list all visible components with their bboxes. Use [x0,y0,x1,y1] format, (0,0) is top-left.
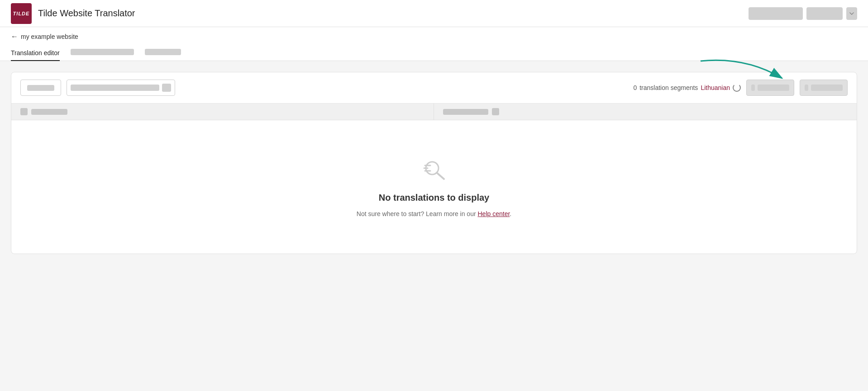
app-title: Tilde Website Translator [38,8,135,19]
back-link-label: my example website [21,33,78,40]
refresh-icon[interactable] [733,84,741,92]
tab2-placeholder [71,49,134,55]
tab-3[interactable] [145,45,181,61]
toolbar-right-btn2[interactable] [800,80,848,96]
search-input[interactable] [67,80,175,96]
help-center-link[interactable]: Help center [477,210,510,217]
segments-label: translation segments [639,84,698,91]
subheader: ← my example website Translation editor [0,27,868,61]
tilde-logo: TILDE [11,3,32,24]
back-arrow-icon: ← [11,33,18,41]
empty-state: No translations to display Not sure wher… [11,120,857,254]
filter-button[interactable] [20,80,61,96]
col2-label-placeholder [443,109,488,115]
chevron-down-icon [849,12,854,15]
empty-subtitle-prefix: Not sure where to start? Learn more in o… [357,210,478,217]
svg-line-5 [437,173,444,179]
empty-state-icon [421,156,447,185]
header-right [749,7,857,20]
language-label: Lithuanian [701,84,730,91]
filter-btn-placeholder [27,85,54,91]
header-left: TILDE Tilde Website Translator [11,3,135,24]
tabs-bar: Translation editor [11,45,857,61]
tab3-placeholder [145,49,181,55]
main-content: 0 translation segments Lithuanian [0,61,868,265]
app-header: TILDE Tilde Website Translator [0,0,868,27]
col2-icon-placeholder [492,108,499,115]
btn1-icon [751,85,755,91]
header-user-placeholder [749,7,803,20]
btn1-label [758,85,789,91]
btn2-label [811,85,843,91]
segments-info: 0 translation segments Lithuanian [633,84,741,92]
back-link[interactable]: ← my example website [11,33,857,41]
col1-label-placeholder [31,109,67,115]
header-nav-placeholder [806,7,843,20]
tab-2[interactable] [71,45,134,61]
table-header [11,104,857,120]
table-col2-header [434,104,857,120]
empty-subtitle-suffix: . [510,210,511,217]
tab-translation-editor[interactable]: Translation editor [11,46,60,61]
editor-toolbar: 0 translation segments Lithuanian [11,72,857,104]
empty-subtitle: Not sure where to start? Learn more in o… [357,210,511,217]
search-icon [162,84,171,92]
no-results-icon [421,156,447,182]
logo-text: TILDE [13,11,30,16]
btn2-icon [805,85,808,91]
search-text-placeholder [71,85,159,91]
table-col1-header [11,104,434,120]
editor-card: 0 translation segments Lithuanian [11,72,857,254]
header-dropdown-button[interactable] [846,7,857,20]
toolbar-right-btn1[interactable] [746,80,794,96]
empty-title: No translations to display [379,193,489,203]
segments-count: 0 [633,84,637,91]
col1-checkbox-placeholder [20,108,28,115]
